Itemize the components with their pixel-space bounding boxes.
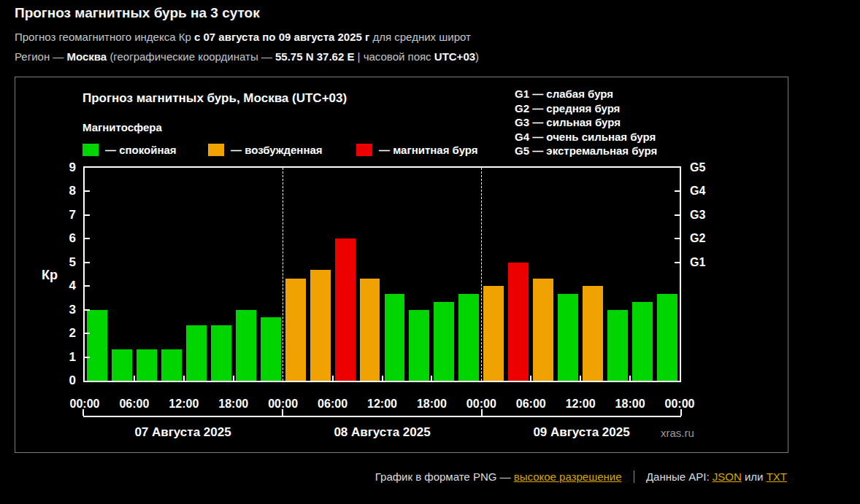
x-tick: [332, 376, 334, 381]
y-tick-label: 8: [45, 184, 76, 198]
png-format-text: График в формате PNG —: [375, 470, 511, 483]
legend-swatch-quiet: [82, 144, 99, 156]
kp-bar: [385, 294, 405, 381]
kp-bar: [310, 270, 331, 381]
region-line: Регион — Москва (географические координа…: [15, 50, 845, 63]
date-label: 07 Августа 2025: [103, 425, 264, 440]
date-axis-tick: [680, 409, 682, 416]
g-scale-label: G2: [690, 231, 705, 246]
region-tz-prefix: | часовой пояс: [358, 50, 431, 63]
page: Прогноз магнитных бурь на 3 суток Прогно…: [0, 0, 860, 483]
date-axis-tick: [282, 409, 283, 416]
time-label: 06:00: [311, 397, 355, 411]
time-label: 18:00: [212, 397, 256, 411]
plot-area: [83, 166, 681, 382]
x-tick: [233, 376, 234, 381]
g-legend-line-g5: G5 — экстремальная буря: [515, 144, 657, 158]
x-tick: [530, 376, 531, 381]
kp-bar: [112, 349, 132, 381]
kp-bar: [607, 310, 628, 381]
g-scale-legend: G1 — слабая буря G2 — средняя буря G3 — …: [515, 87, 657, 158]
kp-bar: [261, 317, 281, 381]
subtitle-suffix: для средних широт: [372, 31, 470, 43]
time-label: 18:00: [410, 397, 453, 411]
time-label: 06:00: [112, 397, 156, 411]
date-axis: [83, 416, 681, 417]
legend-swatch-storm: [356, 144, 372, 156]
g-tick: [675, 262, 680, 263]
kp-bar: [632, 302, 653, 381]
or-text: или: [745, 470, 764, 483]
y-tick-label: 7: [45, 208, 76, 222]
y-tick-label: 6: [45, 231, 76, 246]
date-label: 09 Августа 2025: [502, 425, 662, 440]
legend-item-quiet: — спокойная: [82, 143, 177, 158]
day-separator: [283, 168, 283, 381]
y-tick: [85, 190, 90, 192]
y-tick-label: 2: [45, 326, 76, 341]
time-label: 00:00: [658, 397, 702, 411]
g-legend-line-g3: G3 — сильная буря: [515, 115, 657, 130]
footer: График в формате PNG — высокое разрешени…: [15, 470, 787, 483]
y-tick: [85, 309, 90, 311]
g-scale-label: G5: [690, 160, 705, 175]
kp-bar: [360, 279, 380, 381]
api-data-text: Данные API:: [646, 470, 710, 483]
x-tick: [382, 376, 383, 381]
high-resolution-link[interactable]: высокое разрешение: [514, 470, 622, 483]
region-name: Москва: [67, 50, 107, 63]
kp-bar: [87, 310, 107, 381]
region-close-paren: ): [475, 50, 479, 63]
kp-bar: [161, 349, 182, 381]
legend-swatch-excited: [208, 144, 224, 156]
legend-item-storm: — магнитная буря: [356, 143, 478, 158]
g-tick: [675, 214, 680, 216]
time-label: 12:00: [162, 397, 206, 411]
g-scale-label: G1: [690, 255, 705, 270]
g-legend-line-g1: G1 — слабая буря: [515, 87, 657, 101]
date-axis-tick: [481, 409, 483, 416]
kp-bar: [434, 302, 454, 381]
kp-bar: [409, 310, 429, 381]
y-tick-label: 1: [45, 350, 76, 365]
y-tick: [85, 285, 90, 287]
chart-title: Прогноз магнитных бурь, Москва (UTC+03): [82, 91, 347, 106]
y-tick-label: 4: [45, 279, 76, 293]
time-label: 12:00: [361, 397, 404, 411]
kp-bar: [236, 310, 256, 381]
legend-label-quiet: — спокойная: [105, 144, 177, 156]
kp-bar: [483, 286, 504, 381]
kp-bar: [558, 294, 578, 381]
time-label: 12:00: [558, 397, 602, 411]
time-label: 00:00: [63, 397, 107, 411]
kp-bar: [657, 294, 677, 381]
g-tick: [675, 190, 680, 192]
x-tick: [580, 376, 581, 381]
kp-bar: [137, 349, 157, 381]
y-tick: [85, 333, 90, 334]
json-link[interactable]: JSON: [713, 470, 742, 483]
footer-separator: [634, 470, 634, 483]
magnetosphere-label: Магнитосфера: [82, 121, 162, 133]
region-coords-prefix: (географические координаты —: [110, 50, 272, 63]
g-legend-line-g2: G2 — средняя буря: [515, 101, 657, 116]
y-tick: [85, 262, 90, 263]
kp-bar: [335, 239, 356, 381]
x-tick: [629, 376, 631, 381]
y-tick: [85, 238, 90, 239]
y-tick-label: 9: [45, 160, 76, 175]
kp-bar: [285, 279, 306, 381]
time-label: 18:00: [608, 397, 652, 411]
legend-item-excited: — возбужденная: [208, 143, 323, 158]
txt-link[interactable]: TXT: [767, 470, 787, 483]
kp-bar: [458, 294, 479, 381]
subtitle-prefix: Прогноз геомагнитного индекса Кр: [15, 31, 191, 43]
region-timezone: UTC+03: [434, 50, 475, 63]
x-tick: [431, 376, 432, 381]
g-scale-label: G3: [690, 208, 705, 222]
date-label: 08 Августа 2025: [302, 425, 463, 440]
y-tick-label: 0: [45, 373, 76, 388]
legend-label-excited: — возбужденная: [231, 144, 323, 156]
region-label: Регион —: [15, 50, 64, 63]
y-tick-label: 5: [45, 255, 76, 270]
